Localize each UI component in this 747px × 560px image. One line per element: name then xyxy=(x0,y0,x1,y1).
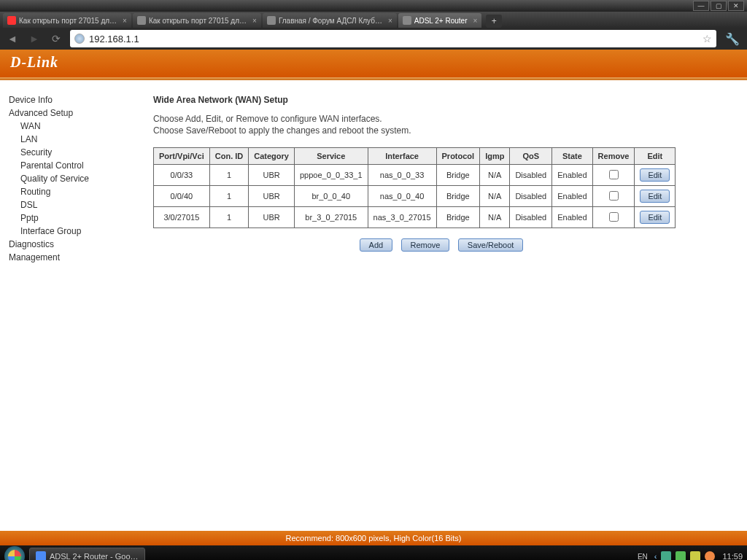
table-row: 0/0/331UBRpppoe_0_0_33_1nas_0_0_33Bridge… xyxy=(154,165,676,186)
window-minimize-button[interactable]: — xyxy=(693,1,709,11)
remove-cell xyxy=(592,186,635,207)
cell: br_0_0_40 xyxy=(294,186,368,207)
tray-chevron-icon[interactable]: ‹ xyxy=(654,552,657,560)
cell: UBR xyxy=(249,207,295,228)
tray-icon-3[interactable] xyxy=(690,551,700,560)
remove-checkbox[interactable] xyxy=(609,212,619,222)
tab-label: Главная / Форум АДСЛ Клуб… xyxy=(279,17,382,25)
cell: 1 xyxy=(209,165,249,186)
edit-button[interactable]: Edit xyxy=(640,168,670,182)
cell: Disabled xyxy=(510,186,552,207)
cell: 0/0/40 xyxy=(154,186,210,207)
remove-cell xyxy=(592,165,635,186)
tab-close-icon[interactable]: × xyxy=(123,17,127,25)
col-interface: Interface xyxy=(368,148,436,165)
favicon xyxy=(7,16,16,25)
browser-tab-2[interactable]: Главная / Форум АДСЛ Клуб…× xyxy=(263,13,397,28)
browser-tab-3[interactable]: ADSL 2+ Router× xyxy=(398,13,482,28)
window-maximize-button[interactable]: ▢ xyxy=(711,1,727,11)
sidebar-item-dsl[interactable]: DSL xyxy=(9,198,139,211)
sidebar-item-advanced-setup[interactable]: Advanced Setup xyxy=(9,106,139,120)
col-service: Service xyxy=(294,148,368,165)
sidebar-item-quality-of-service[interactable]: Quality of Service xyxy=(9,172,139,185)
tray-icon-2[interactable] xyxy=(676,551,686,560)
wan-table: Port/Vpi/VciCon. IDCategoryServiceInterf… xyxy=(153,147,676,228)
sidebar-item-routing[interactable]: Routing xyxy=(9,185,139,198)
url-input[interactable] xyxy=(89,34,698,44)
tray-icon-4[interactable] xyxy=(705,551,715,560)
footer-banner: Recommend: 800x600 pixels, High Color(16… xyxy=(0,531,747,545)
browser-tab-1[interactable]: Как открыть порт 27015 дл…× xyxy=(133,13,261,28)
favicon xyxy=(137,16,146,25)
tab-close-icon[interactable]: × xyxy=(252,17,257,25)
back-button[interactable]: ◄ xyxy=(4,31,20,47)
action-button-row: Add Remove Save/Reboot xyxy=(153,238,729,252)
col-igmp: Igmp xyxy=(480,148,510,165)
cell: N/A xyxy=(480,165,510,186)
col-category: Category xyxy=(249,148,295,165)
cell: Enabled xyxy=(552,165,592,186)
sidebar-item-wan[interactable]: WAN xyxy=(9,120,139,133)
add-button[interactable]: Add xyxy=(360,238,393,252)
chrome-icon xyxy=(36,551,46,560)
edit-button[interactable]: Edit xyxy=(640,211,670,224)
col-edit: Edit xyxy=(635,148,676,165)
sidebar-item-diagnostics[interactable]: Diagnostics xyxy=(9,238,139,251)
system-tray: EN ‹ 11:59 xyxy=(635,551,743,560)
cell: N/A xyxy=(480,186,510,207)
cell: Bridge xyxy=(436,165,480,186)
cell: UBR xyxy=(249,165,295,186)
address-bar[interactable]: ☆ xyxy=(70,30,716,47)
language-indicator[interactable]: EN xyxy=(635,553,650,561)
col-remove: Remove xyxy=(592,148,635,165)
new-tab-button[interactable]: + xyxy=(486,15,502,28)
tab-close-icon[interactable]: × xyxy=(388,17,392,25)
remove-checkbox[interactable] xyxy=(609,170,619,179)
page-desc-1: Choose Add, Edit, or Remove to configure… xyxy=(153,114,729,124)
page-title: Wide Area Network (WAN) Setup xyxy=(153,95,729,105)
remove-button[interactable]: Remove xyxy=(401,238,450,252)
content-area: Wide Area Network (WAN) Setup Choose Add… xyxy=(139,80,747,531)
col-con-id: Con. ID xyxy=(209,148,249,165)
browser-tab-0[interactable]: Как открыть порт 27015 дл…× xyxy=(3,13,131,28)
page-viewport: D-Link Device InfoAdvanced SetupWANLANSe… xyxy=(0,50,747,545)
tab-close-icon[interactable]: × xyxy=(473,17,478,25)
edit-cell: Edit xyxy=(635,186,676,207)
edit-cell: Edit xyxy=(635,165,676,186)
forward-button[interactable]: ► xyxy=(26,31,42,47)
table-row: 3/0/270151UBRbr_3_0_27015nas_3_0_27015Br… xyxy=(154,207,676,228)
sidebar-item-pptp[interactable]: Pptp xyxy=(9,211,139,225)
edit-button[interactable]: Edit xyxy=(640,190,670,203)
task-label: ADSL 2+ Router - Goo… xyxy=(50,552,139,560)
favicon xyxy=(267,16,276,25)
col-protocol: Protocol xyxy=(436,148,480,165)
cell: 3/0/27015 xyxy=(154,207,210,228)
window-close-button[interactable]: ✕ xyxy=(728,1,744,11)
favicon xyxy=(403,16,411,25)
tab-label: Как открыть порт 27015 дл… xyxy=(19,17,117,25)
remove-cell xyxy=(592,207,635,228)
cell: nas_0_0_40 xyxy=(368,186,436,207)
tab-label: Как открыть порт 27015 дл… xyxy=(149,17,247,25)
cell: N/A xyxy=(480,207,510,228)
start-button[interactable] xyxy=(4,546,25,560)
tray-icon-1[interactable] xyxy=(661,551,671,560)
taskbar-task-chrome[interactable]: ADSL 2+ Router - Goo… xyxy=(29,548,145,560)
cell: Disabled xyxy=(510,207,552,228)
col-state: State xyxy=(552,148,592,165)
wrench-menu-icon[interactable]: 🔧 xyxy=(722,32,743,46)
bookmark-star-icon[interactable]: ☆ xyxy=(703,33,712,44)
sidebar-item-device-info[interactable]: Device Info xyxy=(9,93,139,106)
cell: UBR xyxy=(249,186,295,207)
sidebar-item-interface-group[interactable]: Interface Group xyxy=(9,225,139,238)
sidebar-item-management[interactable]: Management xyxy=(9,251,139,264)
clock[interactable]: 11:59 xyxy=(722,552,743,560)
save-reboot-button[interactable]: Save/Reboot xyxy=(458,238,524,252)
remove-checkbox[interactable] xyxy=(609,191,619,201)
sidebar-item-lan[interactable]: LAN xyxy=(9,133,139,146)
sidebar-item-security[interactable]: Security xyxy=(9,146,139,159)
sidebar-item-parental-control[interactable]: Parental Control xyxy=(9,159,139,172)
cell: nas_3_0_27015 xyxy=(368,207,436,228)
os-taskbar: ADSL 2+ Router - Goo… EN ‹ 11:59 xyxy=(0,545,747,560)
reload-button[interactable]: ⟳ xyxy=(48,31,64,47)
